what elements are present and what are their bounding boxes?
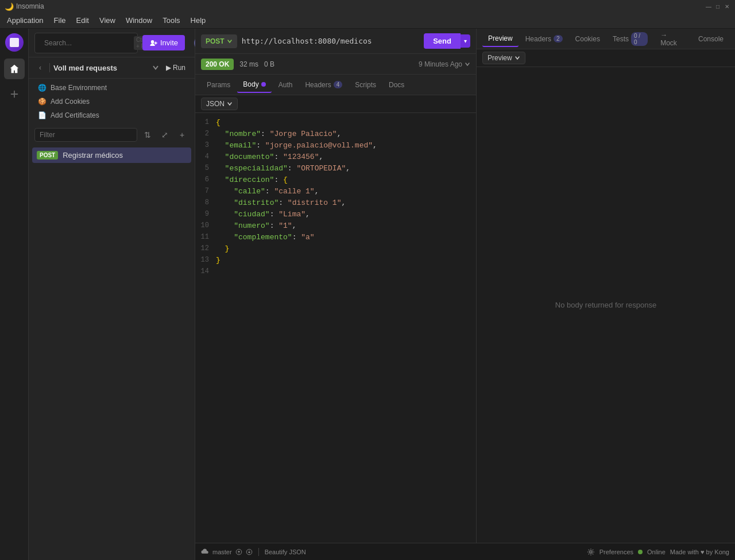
response-format-bar: Preview <box>477 49 735 67</box>
tests-badge: 0 / 0 <box>631 32 648 46</box>
code-line-4: 4 "documento": "123456", <box>195 152 476 164</box>
tab-preview[interactable]: Preview <box>482 31 519 47</box>
tab-response-headers[interactable]: Headers 2 <box>520 32 568 46</box>
menu-window[interactable]: Window <box>121 14 157 26</box>
headers-badge: 4 <box>334 81 343 88</box>
gear-icon <box>587 548 595 556</box>
beautify-button[interactable]: Beautify JSON <box>265 549 306 555</box>
send-dropdown-button[interactable]: ▾ <box>461 34 470 48</box>
menu-help[interactable]: Help <box>186 14 211 26</box>
code-line-9: 9 "ciudad": "Lima", <box>195 209 476 221</box>
list-item[interactable]: POST Registrar médicos <box>32 147 191 163</box>
menu-file[interactable]: File <box>49 14 71 26</box>
response-panel: Preview Headers 2 Cookies Tests 0 / 0 → <box>477 29 735 543</box>
branch-name: master <box>212 549 232 555</box>
tab-tests[interactable]: Tests 0 / 0 <box>607 29 653 49</box>
time-ago: 9 Minutes Ago <box>419 60 470 68</box>
tab-docs[interactable]: Docs <box>383 77 410 92</box>
expand-button[interactable]: ⤢ <box>158 128 172 142</box>
cookie-icon: 🍪 <box>38 98 46 106</box>
menu-application[interactable]: Application <box>2 14 48 26</box>
code-line-10: 10 "numero": "1", <box>195 221 476 232</box>
response-body: No body returned for response <box>477 67 735 543</box>
response-headers-badge: 2 <box>554 35 563 42</box>
request-name: Registrar médicos <box>63 151 123 160</box>
menu-view[interactable]: View <box>95 14 120 26</box>
request-tabs: Params Body Auth Headers 4 Scripts <box>195 75 476 95</box>
tab-console[interactable]: Console <box>693 32 729 46</box>
code-line-5: 5 "especialidad": "ORTOPEDIA", <box>195 164 476 175</box>
global-search[interactable]: Ctrl + P <box>34 33 138 53</box>
request-list: POST Registrar médicos <box>29 145 195 165</box>
send-button-group: Send ▾ <box>424 33 470 49</box>
menu-bar: Application File Edit View Window Tools … <box>0 13 735 29</box>
window-controls: — □ ✕ <box>705 3 730 10</box>
method-selector[interactable]: POST <box>201 34 237 48</box>
code-line-13: 13 } <box>195 255 476 267</box>
tab-auth[interactable]: Auth <box>273 77 299 92</box>
close-button[interactable]: ✕ <box>724 3 730 10</box>
method-chevron-icon <box>227 38 233 44</box>
title-bar: 🌙 Insomnia — □ ✕ <box>0 0 735 13</box>
response-size: 0 B <box>264 60 274 68</box>
response-tabs: Preview Headers 2 Cookies Tests 0 / 0 → <box>477 29 735 49</box>
collapse-button[interactable]: ‹ <box>34 62 46 73</box>
tab-headers[interactable]: Headers 4 <box>299 77 348 92</box>
cloud-download-icon <box>246 549 253 555</box>
add-certificates-item[interactable]: 📄 Add Certificates <box>34 108 189 122</box>
request-panel: POST Send ▾ 200 OK 32 ms 0 B <box>195 29 735 543</box>
tab-mock[interactable]: → Mock <box>655 29 691 50</box>
cloud-upload-icon <box>235 549 242 555</box>
tab-params[interactable]: Params <box>201 77 236 92</box>
sort-button[interactable]: ⇅ <box>141 128 154 142</box>
run-button[interactable]: ▶ Run <box>163 62 189 73</box>
filter-input[interactable] <box>34 128 137 142</box>
cert-icon: 📄 <box>38 111 46 119</box>
preview-chevron-icon <box>514 55 520 61</box>
online-indicator <box>638 550 643 554</box>
top-bar: Ctrl + P Invite J jorgel.palacior@gmail.… <box>29 29 195 57</box>
code-line-14: 14 <box>195 267 476 278</box>
preview-selector[interactable]: Preview <box>482 52 525 64</box>
tab-body[interactable]: Body <box>237 77 271 93</box>
code-line-7: 7 "calle": "calle 1", <box>195 186 476 198</box>
preferences-label: Preferences <box>599 549 633 555</box>
svg-point-2 <box>151 40 154 44</box>
icon-sidebar <box>0 29 29 560</box>
menu-tools[interactable]: Tools <box>158 14 184 26</box>
send-button[interactable]: Send <box>424 33 461 49</box>
response-time: 32 ms <box>239 60 258 68</box>
app-logo[interactable] <box>5 33 24 52</box>
code-line-6: 6 "direccion": { <box>195 175 476 186</box>
base-environment-item[interactable]: 🌐 Base Environment <box>34 81 189 95</box>
invite-button[interactable]: Invite <box>142 35 185 50</box>
time-chevron-icon <box>465 61 470 67</box>
format-chevron-icon <box>227 101 233 107</box>
code-line-12: 12 } <box>195 244 476 255</box>
status-left: master Beautify JSON <box>201 548 306 556</box>
tab-scripts[interactable]: Scripts <box>349 77 382 92</box>
menu-edit[interactable]: Edit <box>72 14 94 26</box>
collection-name: Voll med requests <box>53 64 149 72</box>
response-info-bar: 200 OK 32 ms 0 B 9 Minutes Ago <box>195 54 476 75</box>
tab-cookies[interactable]: Cookies <box>570 32 606 46</box>
add-nav-button[interactable] <box>4 84 25 104</box>
environment-section: 🌐 Base Environment 🍪 Add Cookies 📄 Add C… <box>29 79 195 125</box>
add-cookies-item[interactable]: 🍪 Add Cookies <box>34 95 189 108</box>
filter-bar: ⇅ ⤢ + <box>29 125 195 145</box>
format-selector[interactable]: JSON <box>201 98 238 110</box>
minimize-button[interactable]: — <box>705 3 712 10</box>
url-input[interactable] <box>242 37 420 45</box>
code-line-2: 2 "nombre": "Jorge Palacio", <box>195 129 476 141</box>
code-line-3: 3 "email": "jorge.palacio@voll.med", <box>195 141 476 152</box>
status-right: Preferences Online Made with ♥ by Kong <box>587 548 729 556</box>
code-line-1: 1 { <box>195 118 476 129</box>
body-dot <box>261 82 266 87</box>
search-input[interactable] <box>44 39 130 47</box>
add-request-button[interactable]: + <box>175 128 189 142</box>
code-editor[interactable]: 1 { 2 "nombre": "Jorge Palacio", 3 "emai… <box>195 113 476 543</box>
home-nav-button[interactable] <box>4 59 25 79</box>
code-line-8: 8 "distrito": "distrito 1", <box>195 198 476 209</box>
maximize-button[interactable]: □ <box>714 3 721 10</box>
method-badge: POST <box>37 151 58 160</box>
